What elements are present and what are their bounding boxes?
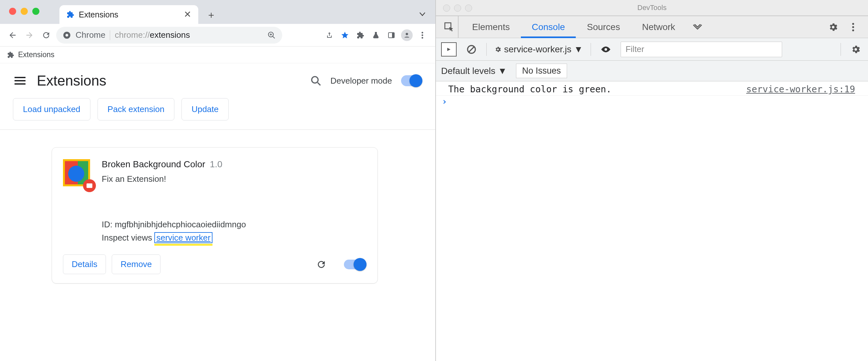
inspect-views-label: Inspect views xyxy=(102,233,154,242)
browser-tab[interactable]: Extensions ✕ xyxy=(59,5,198,24)
svg-point-11 xyxy=(422,37,423,38)
developer-mode-toggle[interactable] xyxy=(401,75,423,86)
window-close-button[interactable] xyxy=(443,4,450,11)
tab-console[interactable]: Console xyxy=(521,16,576,38)
extensions-puzzle-icon[interactable] xyxy=(353,28,368,42)
bookmark-star-icon[interactable] xyxy=(338,28,352,42)
console-source-link[interactable]: service-worker.js:19 xyxy=(746,84,860,95)
window-fullscreen-button[interactable] xyxy=(32,8,39,15)
tab-elements[interactable]: Elements xyxy=(461,16,521,38)
page-title: Extensions xyxy=(37,73,106,89)
chevron-down-icon: ▼ xyxy=(498,66,507,76)
context-label: service-worker.js xyxy=(504,44,571,55)
window-minimize-button[interactable] xyxy=(21,8,28,15)
console-toolbar-2: Default levels ▼ No Issues xyxy=(436,61,868,81)
pack-extension-button[interactable]: Pack extension xyxy=(97,98,175,120)
tab-title: Extensions xyxy=(79,10,118,19)
chrome-menu-button[interactable] xyxy=(415,28,430,42)
live-expression-icon[interactable] xyxy=(599,42,613,57)
settings-gear-icon[interactable] xyxy=(826,20,840,34)
devtools-title: DevTools xyxy=(638,4,666,12)
svg-point-8 xyxy=(406,33,408,35)
element-picker-icon[interactable] xyxy=(440,16,459,38)
browser-toolbar: Chrome chrome://extensions xyxy=(0,24,435,47)
tab-sources[interactable]: Sources xyxy=(576,16,631,38)
unpacked-badge-icon xyxy=(83,179,96,192)
console-sidebar-toggle[interactable] xyxy=(441,42,457,57)
zoom-icon[interactable] xyxy=(268,31,276,39)
reload-button[interactable] xyxy=(39,28,53,42)
levels-label: Default levels xyxy=(441,66,495,76)
labs-flask-icon[interactable] xyxy=(369,28,383,42)
window-controls xyxy=(9,8,39,15)
extension-reload-button[interactable] xyxy=(315,258,328,271)
share-icon[interactable] xyxy=(322,28,337,42)
console-log-row: The background color is green. service-w… xyxy=(436,83,868,96)
devtools-window-controls xyxy=(443,4,472,11)
svg-rect-7 xyxy=(392,33,394,38)
developer-mode-label: Developer mode xyxy=(330,76,392,86)
execution-context-selector[interactable]: service-worker.js ▼ xyxy=(494,44,583,55)
window-close-button[interactable] xyxy=(9,8,16,15)
svg-point-10 xyxy=(422,34,423,36)
omnibox[interactable]: Chrome chrome://extensions xyxy=(56,27,282,43)
svg-point-23 xyxy=(604,48,607,51)
remove-button[interactable]: Remove xyxy=(112,254,160,274)
back-button[interactable] xyxy=(6,28,20,42)
profile-avatar[interactable] xyxy=(400,28,414,42)
svg-line-16 xyxy=(318,83,321,85)
bookmarks-bar: Extensions xyxy=(0,47,435,63)
extensions-actions: Load unpacked Pack extension Update xyxy=(0,98,435,130)
omnibox-divider xyxy=(110,30,110,40)
svg-point-15 xyxy=(312,77,318,83)
svg-line-22 xyxy=(469,47,474,52)
extensions-header: Extensions Developer mode xyxy=(0,63,435,98)
forward-button[interactable] xyxy=(23,28,36,42)
menu-hamburger-button[interactable] xyxy=(13,73,27,88)
console-output: The background color is green. service-w… xyxy=(436,81,868,361)
tabs-dropdown-button[interactable] xyxy=(415,7,430,21)
tabs-overflow-button[interactable] xyxy=(686,16,709,38)
extension-app-icon xyxy=(63,159,93,189)
clear-console-button[interactable] xyxy=(464,42,478,57)
issues-button[interactable]: No Issues xyxy=(516,64,567,78)
tab-strip: Extensions ✕ ＋ xyxy=(0,0,435,24)
update-button[interactable]: Update xyxy=(182,98,228,120)
devtools-menu-button[interactable] xyxy=(846,20,860,34)
tab-network[interactable]: Network xyxy=(631,16,686,38)
side-panel-icon[interactable] xyxy=(384,28,399,42)
window-minimize-button[interactable] xyxy=(454,4,461,11)
console-prompt[interactable]: › xyxy=(436,96,868,108)
extension-icon xyxy=(7,51,14,58)
extension-description: Fix an Extension! xyxy=(102,174,367,184)
svg-point-9 xyxy=(422,32,423,33)
filter-placeholder: Filter xyxy=(625,44,644,54)
omnibox-product: Chrome xyxy=(75,30,105,40)
chrome-window: Extensions ✕ ＋ Chrome chrome://extension… xyxy=(0,0,436,361)
extension-version: 1.0 xyxy=(210,159,222,170)
svg-point-18 xyxy=(852,23,854,25)
svg-line-3 xyxy=(273,36,275,38)
load-unpacked-button[interactable]: Load unpacked xyxy=(13,98,90,120)
devtools-window: DevTools Elements Console Sources Networ… xyxy=(436,0,868,361)
console-filter-input[interactable]: Filter xyxy=(621,42,782,57)
service-worker-link[interactable]: service worker xyxy=(154,232,213,243)
tab-close-button[interactable]: ✕ xyxy=(184,10,191,19)
console-toolbar: service-worker.js ▼ Filter xyxy=(436,38,868,61)
omnibox-url: chrome://extensions xyxy=(115,30,190,40)
new-tab-button[interactable]: ＋ xyxy=(205,8,218,21)
toolbar-actions xyxy=(322,28,430,42)
extension-card: Broken Background Color 1.0 Fix an Exten… xyxy=(52,147,378,283)
details-button[interactable]: Details xyxy=(63,254,106,274)
log-levels-selector[interactable]: Default levels ▼ xyxy=(441,66,507,76)
devtools-titlebar: DevTools xyxy=(436,0,868,16)
console-settings-icon[interactable] xyxy=(848,42,863,57)
extension-id: mgfbhjnibhjdehcphiocaoiediidmngo xyxy=(115,219,246,229)
devtools-tabs: Elements Console Sources Network xyxy=(436,16,868,38)
window-fullscreen-button[interactable] xyxy=(465,4,472,11)
extension-icon xyxy=(66,11,74,19)
bookmark-item[interactable]: Extensions xyxy=(18,50,55,59)
extension-enable-toggle[interactable] xyxy=(344,260,367,269)
svg-point-19 xyxy=(852,26,854,28)
search-icon[interactable] xyxy=(310,75,321,86)
